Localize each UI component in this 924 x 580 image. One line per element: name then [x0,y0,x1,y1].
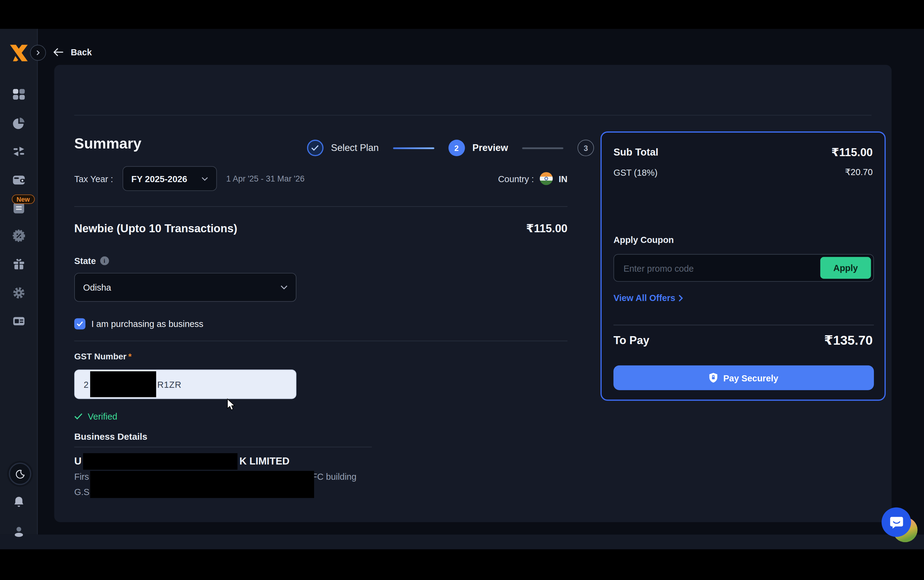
portfolio-pie-icon[interactable] [12,116,26,130]
plan-name: Newbie (Upto 10 Transactions) [74,222,237,235]
step-label: Select Plan [331,143,379,153]
country-label: Country : [498,173,534,184]
sidebar: New [0,29,38,534]
view-all-offers-link[interactable]: View All Offers [614,293,683,303]
redaction-box [83,453,237,470]
apply-coupon-button[interactable]: Apply [820,257,871,279]
rewards-gift-icon[interactable] [12,257,26,271]
window-bottom-edge [0,534,924,549]
step-number: 3 [578,140,594,156]
notifications-bell-icon[interactable] [12,495,26,509]
stepper-connector-done [393,147,434,149]
country-code: IN [558,173,567,184]
step-number: 2 [448,140,465,156]
business-details-heading: Business Details [74,432,147,442]
tax-year-value: FY 2025-2026 [132,173,187,184]
business-name-end: K LIMITED [240,456,290,468]
discounts-icon[interactable] [12,229,26,243]
stepper-connector-upcoming [522,147,563,149]
promo-code-field: Apply [614,254,874,282]
gst-amount-value: ₹20.70 [845,167,873,178]
gst-input[interactable]: 2 R1ZR [74,369,296,399]
business-address-line2-start: G.S [74,487,89,497]
country-indicator: Country : IN [498,166,567,191]
check-icon [77,321,83,326]
business-details-divider [74,447,372,447]
tax-year-row: Tax Year : FY 2025-2026 1 Apr '25 - 31 M… [74,166,305,191]
subtotal-label: Sub Total [614,147,659,158]
india-flag-icon [540,172,553,185]
transactions-icon[interactable] [12,144,26,158]
tax-year-range: 1 Apr '25 - 31 Mar '26 [226,174,304,183]
business-address-line1-end: FC building [312,471,356,481]
plan-row: Newbie (Upto 10 Transactions) ₹115.00 [74,222,567,235]
verified-label: Verified [88,411,117,422]
check-icon [74,413,82,420]
sidebar-expand-button[interactable] [30,45,46,61]
subtotal-row: Sub Total ₹115.00 [614,145,873,159]
to-pay-row: To Pay ₹135.70 [614,333,873,348]
step-preview[interactable]: 2 Preview [448,140,508,156]
screen: New Back Select Plan [0,0,924,580]
koinx-logo[interactable] [8,44,30,63]
subtotal-value: ₹115.00 [832,145,873,159]
promo-code-input[interactable] [623,255,802,282]
wallet-icon[interactable] [12,173,26,187]
panel-divider [614,325,874,325]
theme-moon-toggle[interactable] [9,463,31,485]
redaction-box [90,371,156,397]
section-divider [74,206,567,207]
to-pay-value: ₹135.70 [824,333,873,348]
chat-launcher-button[interactable] [881,507,911,537]
chevron-down-icon [280,285,288,289]
moon-icon [15,469,25,479]
tax-year-dropdown[interactable]: FY 2025-2026 [122,166,217,191]
apply-coupon-heading: Apply Coupon [614,235,674,245]
required-asterisk: * [128,352,132,361]
state-label-text: State [74,256,96,266]
state-field-label: State i [74,256,109,266]
state-value: Odisha [83,282,111,292]
to-pay-label: To Pay [614,334,649,347]
pay-securely-button[interactable]: Pay Securely [614,366,874,390]
shield-lock-icon [709,372,718,383]
gst-field-label: GST Number* [74,352,132,361]
stepper-divider [74,115,871,115]
business-name-start: U [74,456,82,468]
business-checkbox[interactable] [74,318,86,330]
tax-year-label: Tax Year : [74,173,113,184]
gst-value-start: 2 [84,379,89,389]
info-icon[interactable]: i [100,256,109,265]
pay-button-label: Pay Securely [723,373,778,383]
business-checkbox-label: I am purchasing as business [91,319,204,329]
arrow-left-icon [53,47,64,56]
offers-link-text: View All Offers [614,293,675,303]
step-label: Preview [473,143,508,153]
new-feature-badge: New [12,194,35,204]
business-checkbox-row: I am purchasing as business [74,318,204,330]
state-dropdown[interactable]: Odisha [74,273,296,302]
profile-icon[interactable] [12,524,26,539]
step-select-plan[interactable]: Select Plan [307,140,379,156]
back-label: Back [71,47,92,57]
chevron-right-icon [35,50,41,55]
gst-amount-row: GST (18%) ₹20.70 [614,167,873,178]
redaction-box [90,471,314,498]
gst-verified-status: Verified [74,411,117,422]
check-icon [311,145,319,151]
settings-gear-icon[interactable] [12,286,26,300]
gst-value-end: R1ZR [157,379,181,389]
cards-icon[interactable] [12,314,26,328]
gst-amount-label: GST (18%) [614,167,657,177]
business-name: U K LIMITED [74,453,289,470]
mouse-cursor [227,399,235,414]
plan-price: ₹115.00 [526,222,568,235]
chevron-right-icon [679,294,683,301]
gst-label-text: GST Number [74,352,127,361]
dashboard-grid-icon[interactable] [12,87,26,101]
checkout-card: Select Plan 2 Preview 3 Payment Summary … [54,65,891,522]
back-button[interactable]: Back [53,44,92,60]
section-divider [74,341,567,341]
chat-smile-icon [889,515,904,530]
order-summary-panel: Sub Total ₹115.00 GST (18%) ₹20.70 Apply… [600,132,886,400]
